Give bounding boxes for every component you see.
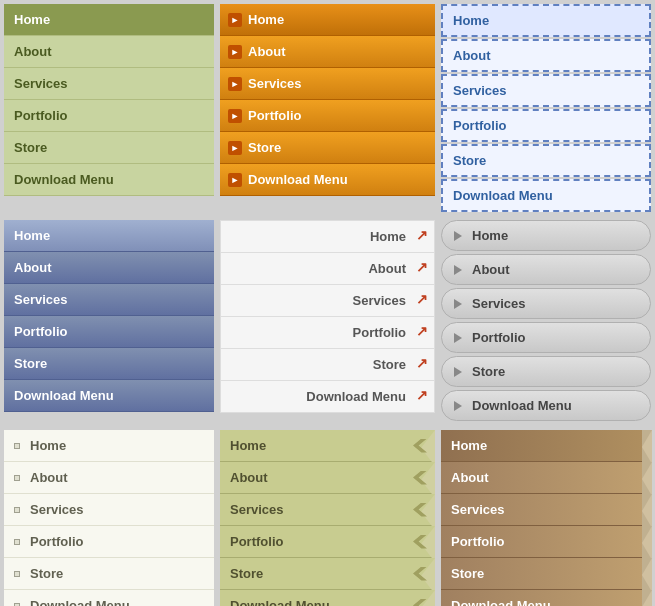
list-item[interactable]: Download Menu xyxy=(4,590,214,606)
bullet-icon xyxy=(14,475,20,481)
list-item[interactable]: Store xyxy=(220,558,435,590)
list-item[interactable]: Home xyxy=(441,430,651,462)
arrow-icon: ► xyxy=(228,173,242,187)
chevron-icon xyxy=(405,590,435,606)
list-item[interactable]: Portfolio xyxy=(4,526,214,558)
triangle-icon xyxy=(454,333,462,343)
list-item[interactable]: Portfolio xyxy=(441,322,651,353)
chevron-icon xyxy=(405,494,435,525)
triangle-icon xyxy=(454,401,462,411)
list-item[interactable]: Download Menu xyxy=(441,590,651,606)
top-right-arrow-icon: ↗ xyxy=(416,227,428,243)
menu-block-brown: Home About Services Portfolio Store Down… xyxy=(441,430,651,606)
list-item[interactable]: Home xyxy=(441,220,651,251)
triangle-icon xyxy=(454,265,462,275)
list-item[interactable]: Services ↗ xyxy=(220,284,435,316)
menu-block-orange: ► Home ► About ► Services ► Portfolio ► … xyxy=(220,4,435,214)
arrow-icon: ► xyxy=(228,77,242,91)
arrow-icon: ► xyxy=(228,45,242,59)
chevron-icon xyxy=(405,462,435,493)
list-item[interactable]: About xyxy=(4,36,214,68)
list-item[interactable]: Services xyxy=(4,494,214,526)
list-item[interactable]: Home xyxy=(4,430,214,462)
chevron-inner-icon xyxy=(413,471,427,485)
list-item[interactable]: Download Menu xyxy=(220,590,435,606)
bullet-icon xyxy=(14,443,20,449)
list-item[interactable]: ► Store xyxy=(220,132,435,164)
list-item[interactable]: Download Menu ↗ xyxy=(220,380,435,413)
list-item[interactable]: Services xyxy=(441,74,651,107)
list-item[interactable]: Home ↗ xyxy=(220,220,435,252)
top-right-arrow-icon: ↗ xyxy=(416,291,428,307)
list-item[interactable]: ► Home xyxy=(220,4,435,36)
list-item[interactable]: Download Menu xyxy=(4,164,214,196)
list-item[interactable]: About xyxy=(441,462,651,494)
list-item[interactable]: Store xyxy=(4,132,214,164)
list-item[interactable]: Store xyxy=(441,558,651,590)
bullet-icon xyxy=(14,571,20,577)
list-item[interactable]: Download Menu xyxy=(4,380,214,412)
list-item[interactable]: ► Portfolio xyxy=(220,100,435,132)
list-item[interactable]: Download Menu xyxy=(441,179,651,212)
arrow-icon: ► xyxy=(228,141,242,155)
chevron-inner-icon xyxy=(413,503,427,517)
menu-block-dotted: Home About Services Portfolio Store Down… xyxy=(441,4,651,214)
chevron-icon xyxy=(405,430,435,461)
chevron-inner-icon xyxy=(413,567,427,581)
list-item[interactable]: Services xyxy=(4,284,214,316)
triangle-icon xyxy=(454,299,462,309)
list-item[interactable]: Store xyxy=(4,558,214,590)
menu-block-pill: Home About Services Portfolio Store Down… xyxy=(441,220,651,424)
list-item[interactable]: Portfolio xyxy=(441,109,651,142)
top-right-arrow-icon: ↗ xyxy=(416,259,428,275)
list-item[interactable]: Portfolio xyxy=(220,526,435,558)
top-right-arrow-icon: ↗ xyxy=(416,323,428,339)
chevron-inner-icon xyxy=(413,535,427,549)
list-item[interactable]: About xyxy=(4,252,214,284)
menu-block-right-arrow: Home ↗ About ↗ Services ↗ Portfolio ↗ St… xyxy=(220,220,435,424)
list-item[interactable]: About xyxy=(220,462,435,494)
list-item[interactable]: Portfolio ↗ xyxy=(220,316,435,348)
list-item[interactable]: Services xyxy=(441,288,651,319)
list-item[interactable]: Portfolio xyxy=(441,526,651,558)
list-item[interactable]: Store xyxy=(441,356,651,387)
menu-showcase: Home About Services Portfolio Store Down… xyxy=(4,4,651,606)
list-item[interactable]: Services xyxy=(441,494,651,526)
list-item[interactable]: About ↗ xyxy=(220,252,435,284)
bullet-icon xyxy=(14,539,20,545)
menu-block-bullet: Home About Services Portfolio Store Down… xyxy=(4,430,214,606)
list-item[interactable]: Download Menu xyxy=(441,390,651,421)
arrow-icon: ► xyxy=(228,109,242,123)
menu-block-blue: Home About Services Portfolio Store Down… xyxy=(4,220,214,424)
list-item[interactable]: Store ↗ xyxy=(220,348,435,380)
chevron-inner-icon xyxy=(413,599,427,607)
list-item[interactable]: Home xyxy=(4,4,214,36)
list-item[interactable]: About xyxy=(4,462,214,494)
list-item[interactable]: Portfolio xyxy=(4,100,214,132)
list-item[interactable]: Portfolio xyxy=(4,316,214,348)
arrow-icon: ► xyxy=(228,13,242,27)
chevron-icon xyxy=(405,558,435,589)
list-item[interactable]: Services xyxy=(4,68,214,100)
list-item[interactable]: ► Download Menu xyxy=(220,164,435,196)
bullet-icon xyxy=(14,507,20,513)
top-right-arrow-icon: ↗ xyxy=(416,355,428,371)
list-item[interactable]: Home xyxy=(441,4,651,37)
top-right-arrow-icon: ↗ xyxy=(416,387,428,403)
list-item[interactable]: Store xyxy=(4,348,214,380)
list-item[interactable]: Home xyxy=(220,430,435,462)
list-item[interactable]: Store xyxy=(441,144,651,177)
list-item[interactable]: About xyxy=(441,254,651,285)
triangle-icon xyxy=(454,367,462,377)
list-item[interactable]: Home xyxy=(4,220,214,252)
triangle-icon xyxy=(454,231,462,241)
menu-block-green: Home About Services Portfolio Store Down… xyxy=(4,4,214,214)
list-item[interactable]: ► About xyxy=(220,36,435,68)
list-item[interactable]: About xyxy=(441,39,651,72)
list-item[interactable]: ► Services xyxy=(220,68,435,100)
chevron-inner-icon xyxy=(413,439,427,453)
list-item[interactable]: Services xyxy=(220,494,435,526)
chevron-icon xyxy=(405,526,435,557)
bullet-icon xyxy=(14,603,20,607)
menu-block-chevron: Home About Services Portfolio Store xyxy=(220,430,435,606)
